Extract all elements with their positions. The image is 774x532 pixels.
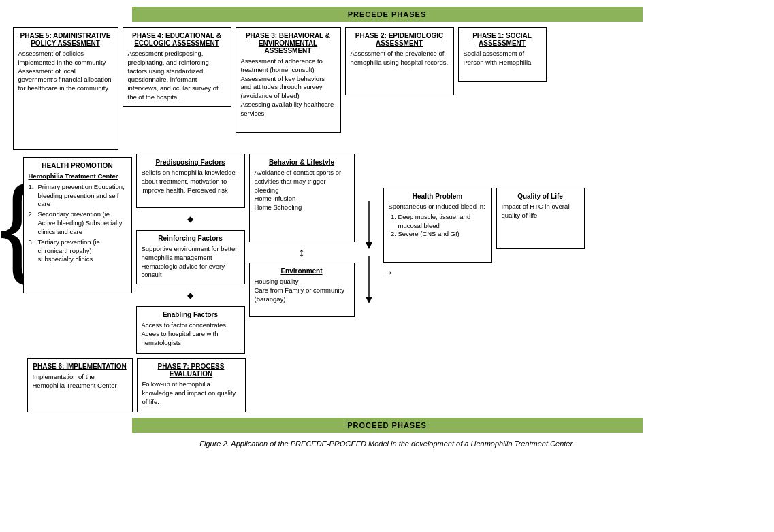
health-quality-col: Health Problem Spontaneous or Induced bl… (383, 188, 492, 279)
phase5-text: Assessment of policies implemented in th… (18, 50, 113, 93)
right-arrow-icon: → (383, 267, 394, 279)
proceed-bar: PROCEED PHASES (132, 418, 643, 433)
outcomes-row: Health Problem Spontaneous or Induced bl… (359, 188, 585, 303)
environment-title: Environment (255, 267, 349, 275)
health-promo-title: HEALTH PROMOTION (29, 162, 127, 169)
behavior-text: Avoidance of contact sports or activitie… (255, 169, 349, 212)
phase2-title: PHASE 2: EPIDEMIOLOGIC ASSESSMENT (351, 32, 449, 47)
reinforcing-title: Reinforcing Factors (142, 235, 240, 242)
health-problem-text: Spontaneous or Induced bleed in: (389, 203, 485, 210)
phase5-box: PHASE 5: ADMINISTRATIVE POLICY ASSESMENT… (13, 27, 118, 150)
item3-num: 3. (29, 238, 38, 264)
phase6-text: Implementation of the Hemophilia Treatme… (33, 373, 127, 390)
phase6-box: PHASE 6: IMPLEMENTATION Implementation o… (27, 358, 133, 412)
phase5-title: PHASE 5: ADMINISTRATIVE POLICY ASSESMENT (18, 32, 113, 47)
quality-box: Quality of Life Impact of HTC in overall… (496, 188, 585, 249)
svg-marker-1 (366, 242, 372, 249)
bottom-row: PHASE 6: IMPLEMENTATION Implementation o… (13, 358, 762, 412)
predisposing-box: Predisposing Factors Beliefs on hemophil… (136, 154, 245, 208)
health-problem-item1: Deep muscle, tissue, and mucosal bleed (398, 213, 487, 231)
health-problem-title: Health Problem (389, 193, 487, 200)
middle-section: { HEALTH PROMOTION Hemophilia Treatment … (13, 154, 762, 354)
predisposing-text: Beliefs on hemophilia knowledge about tr… (142, 169, 240, 195)
phase1-title: PHASE 1: SOCIAL ASSESSMENT (464, 32, 541, 47)
phase4-title: PHASE 4: EDUCATIONAL & ECOLOGIC ASSESSME… (128, 32, 226, 47)
top-row: PHASE 5: ADMINISTRATIVE POLICY ASSESMENT… (13, 27, 762, 150)
precede-bar: PRECEDE PHASES (132, 7, 643, 22)
center-behaviors: Behavior & Lifestyle Avoidance of contac… (249, 154, 355, 317)
phase1-box: PHASE 1: SOCIAL ASSESSMENT Social assess… (458, 27, 547, 82)
phase2-text: Assessment of the prevalence of hemophil… (351, 50, 449, 67)
vertical-arrows: ↕ (249, 246, 355, 259)
enabling-title: Enabling Factors (142, 311, 240, 318)
behavior-title: Behavior & Lifestyle (255, 159, 349, 166)
phase2-box: PHASE 2: EPIDEMIOLOGIC ASSESSMENT Assess… (345, 27, 454, 95)
predisposing-title: Predisposing Factors (142, 159, 240, 166)
item1-num: 1. (29, 183, 38, 209)
item2-text: Secondary prevention (ie. Active bleedin… (38, 210, 127, 236)
reinforcing-text: Supportive environment for better hemoph… (142, 245, 240, 280)
health-problem-content: Spontaneous or Induced bleed in: Deep mu… (389, 203, 487, 239)
middle-factors: Predisposing Factors Beliefs on hemophil… (136, 154, 245, 354)
health-promo-content: Hemophilia Treatment Center 1. Primary p… (29, 172, 127, 264)
figure-caption-text: Figure 2. Application of the PRECEDE-PRO… (199, 439, 574, 448)
health-problem-list: Deep muscle, tissue, and mucosal bleed S… (398, 213, 487, 239)
main-container: PRECEDE PHASES PHASE 5: ADMINISTRATIVE P… (13, 7, 762, 448)
arrow-to-quality: → (383, 267, 492, 279)
phase3-box: PHASE 3: BEHAVIORAL & ENVIRONMENTAL ASSE… (236, 27, 341, 133)
phase7-text: Follow-up of hemophilia knowledge and im… (142, 380, 240, 406)
left-group: { HEALTH PROMOTION Hemophilia Treatment … (13, 154, 132, 297)
figure-caption: Figure 2. Application of the PRECEDE-PRO… (13, 439, 762, 448)
environment-box: Environment Housing quality Care from Fa… (249, 263, 355, 317)
enabling-text: Access to factor concentrates Acees to h… (142, 321, 240, 347)
item3-text: Tertiary prevention (ie. chronicarthropa… (38, 238, 127, 264)
diamond1 (136, 214, 245, 224)
diamond2 (136, 290, 245, 300)
figure-caption-content: Figure 2. Application of the PRECEDE-PRO… (199, 439, 574, 448)
phase1-text: Social assessment of Person with Hemophi… (464, 50, 541, 67)
phase4-text: Assessment predisposing, precipitating, … (128, 50, 226, 102)
behavior-box: Behavior & Lifestyle Avoidance of contac… (249, 154, 355, 242)
phase3-text: Assessment of adherence to treatment (ho… (241, 57, 336, 118)
right-outcomes: Health Problem Spontaneous or Induced bl… (359, 154, 585, 303)
health-promo-item3: 3. Tertiary prevention (ie. chronicarthr… (29, 238, 127, 264)
phase7-box: PHASE 7: PROCESS EVALUATION Follow-up of… (137, 358, 246, 412)
arrow-container (359, 201, 379, 303)
brace-container: { (13, 154, 23, 297)
quality-title: Quality of Life (502, 193, 579, 200)
item2-num: 2. (29, 210, 38, 236)
health-problem-box: Health Problem Spontaneous or Induced bl… (383, 188, 492, 263)
svg-marker-3 (366, 297, 372, 303)
arrows-svg (359, 201, 379, 303)
health-promo-item2: 2. Secondary prevention (ie. Active blee… (29, 210, 127, 236)
health-promo-item1: 1. Primary prevention Education, bleedin… (29, 183, 127, 209)
item1-text: Primary prevention Education, bleeding p… (38, 183, 127, 209)
health-promo-subtitle: Hemophilia Treatment Center (29, 172, 127, 181)
reinforcing-box: Reinforcing Factors Supportive environme… (136, 230, 245, 284)
phase4-box: PHASE 4: EDUCATIONAL & ECOLOGIC ASSESSME… (123, 27, 231, 107)
enabling-box: Enabling Factors Access to factor concen… (136, 306, 245, 354)
phase6-title: PHASE 6: IMPLEMENTATION (33, 363, 127, 370)
environment-text: Housing quality Care from Family or comm… (255, 278, 349, 303)
health-problem-item2: Severe (CNS and GI) (398, 230, 487, 239)
phase3-title: PHASE 3: BEHAVIORAL & ENVIRONMENTAL ASSE… (241, 32, 336, 54)
phase7-title: PHASE 7: PROCESS EVALUATION (142, 363, 240, 378)
quality-text: Impact of HTC in overall quality of life (502, 203, 579, 220)
health-promo-box: HEALTH PROMOTION Hemophilia Treatment Ce… (23, 157, 132, 293)
